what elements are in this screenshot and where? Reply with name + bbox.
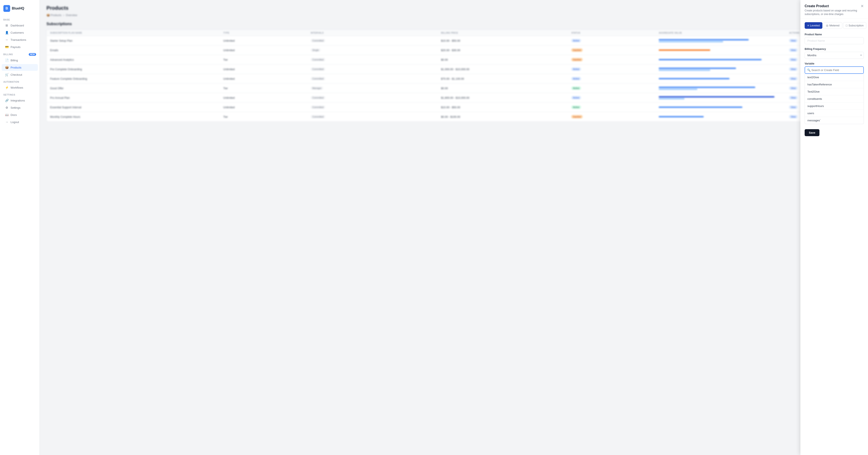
section-label-settings: Settings bbox=[0, 92, 39, 97]
dropdown-item-constituents[interactable]: constituents bbox=[805, 95, 864, 103]
sidebar-item-customers[interactable]: 👤 Customers bbox=[2, 29, 38, 36]
tab-metered[interactable]: ◎ Metered bbox=[823, 22, 842, 29]
table-row: Pre Complete Onboarding Unlimited Commit… bbox=[46, 64, 861, 74]
breadcrumb-products: 📦 Products bbox=[46, 13, 61, 17]
billing-frequency-select[interactable]: Days Weeks Months Years bbox=[805, 52, 864, 59]
variable-search-input[interactable] bbox=[805, 67, 863, 74]
subscription-icon: □ bbox=[846, 24, 847, 27]
table-row: Good Offer Tier Manager $0.00 Active Vie… bbox=[46, 84, 861, 93]
logo-icon: B bbox=[3, 5, 10, 12]
panel-subtitle: Create products based on usage and recur… bbox=[805, 9, 861, 16]
section-label-billing: Billing bbox=[3, 53, 13, 56]
dropdown-item-text2give[interactable]: text2Give bbox=[805, 74, 864, 81]
search-field-wrap: 🔍 bbox=[805, 66, 864, 74]
sidebar: B BlueHQ Base ⊞ Dashboard 👤 Customers ↔ … bbox=[0, 0, 40, 455]
table-row: Feature Complete Onboarding Unlimited Co… bbox=[46, 74, 861, 84]
sidebar-item-workflows[interactable]: ⚡ Workflows bbox=[2, 84, 38, 91]
leveled-icon: ≡ bbox=[807, 24, 809, 27]
sidebar-item-payouts[interactable]: 💳 Payouts bbox=[2, 44, 38, 50]
billing-icon: 📄 bbox=[5, 59, 8, 62]
logout-icon: → bbox=[5, 120, 8, 124]
section-label-base: Base bbox=[0, 17, 39, 22]
close-button[interactable]: ✕ bbox=[861, 4, 864, 8]
save-button[interactable]: Save bbox=[805, 129, 819, 136]
sidebar-item-transactions[interactable]: ↔ Transactions bbox=[2, 36, 38, 43]
dashboard-icon: ⊞ bbox=[5, 24, 8, 27]
table-row: Essential Support Interval Unlimited Com… bbox=[46, 103, 861, 112]
settings-icon: ⚙ bbox=[5, 106, 8, 109]
main-content: Products 📦 Products › Overview Subscript… bbox=[40, 0, 868, 455]
product-name-label: Product Name bbox=[805, 33, 864, 36]
breadcrumb-overview: Overview bbox=[66, 13, 77, 17]
panel-title: Create Product bbox=[805, 4, 861, 8]
checkout-icon: 🛒 bbox=[5, 73, 8, 76]
table-row: Pro Annual Plan Unlimited Committed $1,8… bbox=[46, 93, 861, 103]
integrations-icon: 🔗 bbox=[5, 99, 8, 102]
sidebar-item-integrations[interactable]: 🔗 Integrations bbox=[2, 97, 38, 104]
new-badge: NEW bbox=[29, 53, 36, 56]
product-name-group: Product Name bbox=[805, 33, 864, 44]
sidebar-item-label: Workflows bbox=[10, 86, 23, 89]
docs-icon: 📖 bbox=[5, 113, 8, 116]
workflows-icon: ⚡ bbox=[5, 86, 8, 89]
sidebar-item-label: Dashboard bbox=[10, 24, 24, 27]
section-title: Subscriptions bbox=[46, 22, 861, 26]
tab-subscription[interactable]: □ Subscription bbox=[843, 22, 866, 29]
dropdown-item-hastaken[interactable]: hasTakenReference bbox=[805, 81, 864, 88]
section-label-automation: Automation bbox=[0, 79, 39, 84]
sidebar-item-label: Products bbox=[10, 66, 21, 69]
variable-section: Variable 🔍 text2Give hasTakenReference T… bbox=[805, 62, 864, 124]
sidebar-item-label: Customers bbox=[10, 31, 24, 34]
product-name-input[interactable] bbox=[805, 37, 864, 44]
sidebar-item-label: Docs bbox=[10, 113, 17, 116]
sidebar-item-docs[interactable]: 📖 Docs bbox=[2, 111, 38, 118]
payouts-icon: 💳 bbox=[5, 45, 8, 49]
sidebar-item-label: Logout bbox=[10, 120, 19, 124]
variable-dropdown: text2Give hasTakenReference Text2Give co… bbox=[805, 74, 864, 124]
variable-label: Variable bbox=[805, 62, 864, 65]
sidebar-item-products[interactable]: 📦 Products bbox=[2, 64, 38, 71]
tabs-row: ≡ Leveled ◎ Metered □ Subscription bbox=[805, 22, 864, 29]
table-row: Monthly Complete Hours Tier Committed $0… bbox=[46, 112, 861, 121]
logo-text: BlueHQ bbox=[12, 6, 24, 10]
transactions-icon: ↔ bbox=[5, 38, 8, 41]
sidebar-item-dashboard[interactable]: ⊞ Dashboard bbox=[2, 22, 38, 29]
table-row: Advanced Analytics Tier Committed $0.00 … bbox=[46, 55, 861, 64]
billing-frequency-label: Billing Frequency bbox=[805, 48, 864, 51]
sidebar-item-label: Billing bbox=[10, 59, 18, 62]
customers-icon: 👤 bbox=[5, 31, 8, 34]
search-icon: 🔍 bbox=[807, 68, 811, 72]
sidebar-item-label: Payouts bbox=[10, 46, 21, 49]
sidebar-item-label: Transactions bbox=[10, 38, 26, 41]
create-product-panel: Create Product Create products based on … bbox=[800, 0, 868, 455]
table-row: Emails Unlimited Single $20.00 - $30.00 … bbox=[46, 46, 861, 55]
sidebar-item-label: Checkout bbox=[10, 73, 22, 76]
logo: B BlueHQ bbox=[0, 3, 39, 16]
panel-header: Create Product Create products based on … bbox=[800, 0, 868, 19]
breadcrumb: 📦 Products › Overview bbox=[46, 13, 861, 17]
sidebar-item-settings[interactable]: ⚙ Settings bbox=[2, 104, 38, 111]
page-title: Products bbox=[46, 5, 861, 11]
panel-body: ≡ Leveled ◎ Metered □ Subscription Produ… bbox=[800, 19, 868, 455]
products-icon: 📦 bbox=[5, 66, 8, 69]
table-row: Starter Setup Plan Unlimited Committed $… bbox=[46, 36, 861, 46]
dropdown-item-text2give2[interactable]: Text2Give bbox=[805, 88, 864, 95]
sidebar-item-logout[interactable]: → Logout bbox=[2, 119, 38, 125]
billing-frequency-group: Billing Frequency Days Weeks Months Year… bbox=[805, 48, 864, 59]
sidebar-item-label: Settings bbox=[10, 106, 21, 109]
tab-leveled[interactable]: ≡ Leveled bbox=[805, 22, 823, 29]
table-header: Subscription Plan Name Type Intervals Bi… bbox=[46, 30, 861, 36]
metered-icon: ◎ bbox=[826, 24, 828, 27]
sidebar-item-label: Integrations bbox=[10, 99, 25, 102]
dropdown-item-users[interactable]: users bbox=[805, 110, 864, 117]
dropdown-item-messages[interactable]: messages` bbox=[805, 117, 864, 124]
sidebar-item-billing[interactable]: 📄 Billing bbox=[2, 57, 38, 64]
sidebar-item-checkout[interactable]: 🛒 Checkout bbox=[2, 71, 38, 78]
dropdown-item-supporthours[interactable]: supportHours bbox=[805, 103, 864, 110]
